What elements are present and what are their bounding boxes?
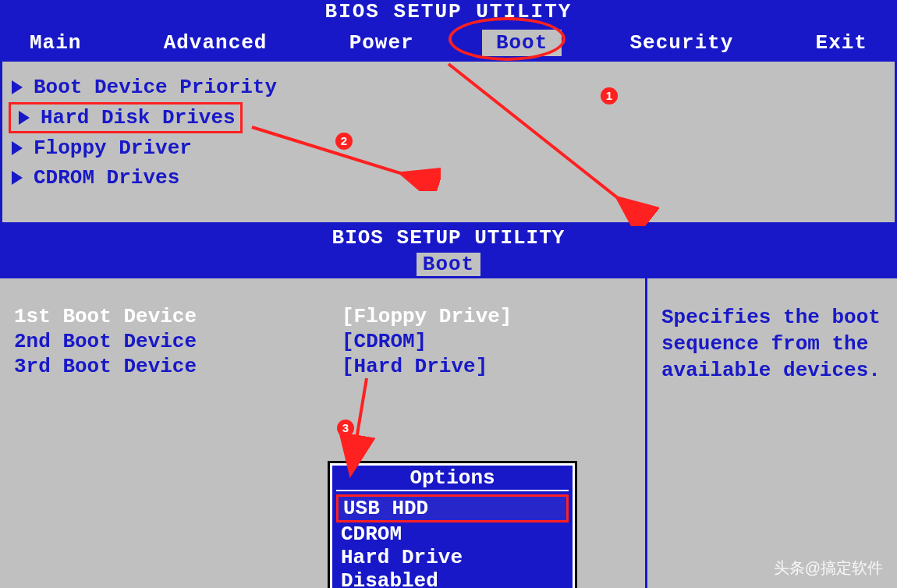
option-hard-drive[interactable]: Hard Drive: [336, 546, 569, 569]
submenu-hard-disk-drives[interactable]: Hard Disk Drives: [9, 102, 243, 133]
boot-device-2[interactable]: 2nd Boot Device [CDROM]: [14, 330, 631, 353]
boot-device-value: [Hard Drive]: [342, 355, 488, 378]
help-pane: Specifies the boot sequence from the ava…: [647, 278, 897, 588]
submenu-arrow-icon: [12, 80, 23, 94]
boot-device-1[interactable]: 1st Boot Device [Floppy Drive]: [14, 305, 631, 328]
bios-title: BIOS SETUP UTILITY: [0, 0, 897, 23]
menu-advanced[interactable]: Advanced: [150, 30, 282, 56]
submenu-label: Floppy Driver: [34, 136, 192, 160]
menu-exit[interactable]: Exit: [802, 30, 881, 56]
submenu-label: Boot Device Priority: [34, 76, 277, 99]
options-title: Options: [336, 466, 569, 491]
submenu-arrow-icon: [12, 171, 23, 185]
submenu-label: Hard Disk Drives: [41, 106, 236, 129]
boot-device-value: [CDROM]: [342, 330, 427, 353]
option-disabled[interactable]: Disabled: [336, 569, 569, 588]
boot-device-label: 2nd Boot Device: [14, 330, 342, 353]
submenu-boot-device-priority[interactable]: Boot Device Priority: [9, 73, 888, 102]
boot-device-list: 1st Boot Device [Floppy Drive] 2nd Boot …: [0, 278, 647, 588]
menu-boot[interactable]: Boot: [482, 30, 562, 56]
submenu-label: CDROM Drives: [34, 166, 179, 190]
annotation-badge-3: 3: [337, 420, 354, 437]
annotation-badge-1: 1: [601, 87, 618, 104]
menu-power[interactable]: Power: [335, 30, 428, 56]
boot-device-value: [Floppy Drive]: [342, 305, 512, 328]
help-text: Specifies the boot sequence from the ava…: [661, 306, 881, 382]
boot-submenu-panel: Boot Device Priority Hard Disk Drives Fl…: [0, 59, 897, 225]
boot-device-panel: 1st Boot Device [Floppy Drive] 2nd Boot …: [0, 276, 897, 588]
submenu-arrow-icon: [19, 111, 30, 125]
boot-device-3[interactable]: 3rd Boot Device [Hard Drive]: [14, 355, 631, 378]
mid-header: BIOS SETUP UTILITY Boot: [0, 225, 897, 276]
annotation-badge-2: 2: [335, 133, 353, 150]
mid-tab-boot[interactable]: Boot: [417, 253, 480, 276]
submenu-floppy-driver[interactable]: Floppy Driver: [9, 133, 888, 163]
watermark: 头条@搞定软件: [774, 558, 883, 579]
boot-device-label: 1st Boot Device: [14, 305, 342, 328]
bios-header: BIOS SETUP UTILITY Main Advanced Power B…: [0, 0, 897, 59]
option-usb-hdd[interactable]: USB HDD: [336, 494, 569, 522]
option-cdrom[interactable]: CDROM: [336, 522, 569, 546]
mid-title: BIOS SETUP UTILITY: [0, 226, 897, 250]
menu-main[interactable]: Main: [16, 30, 95, 56]
options-popup: Options USB HDD CDROM Hard Drive Disable…: [328, 461, 577, 588]
submenu-cdrom-drives[interactable]: CDROM Drives: [9, 163, 888, 193]
menu-bar: Main Advanced Power Boot Security Exit: [0, 30, 897, 56]
menu-security[interactable]: Security: [616, 30, 748, 56]
boot-device-label: 3rd Boot Device: [14, 355, 342, 378]
submenu-arrow-icon: [12, 141, 23, 155]
